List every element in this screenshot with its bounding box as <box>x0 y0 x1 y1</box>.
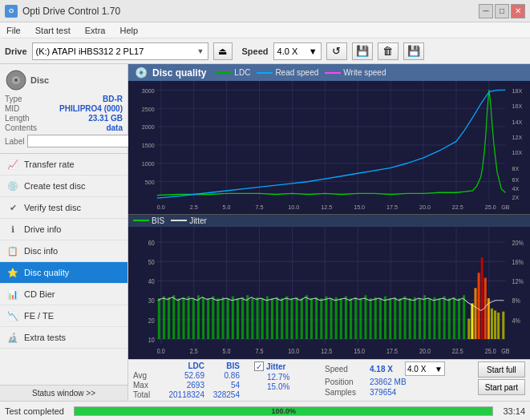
bis-legend-item: BIS <box>133 216 164 225</box>
extra-tests-icon: 🔬 <box>6 331 19 344</box>
sidebar: Disc Type BD-R MID PHILIPRO4 (000) Lengt… <box>0 64 128 401</box>
svg-rect-121 <box>310 298 313 339</box>
avg-row: Avg 52.69 0.86 <box>133 371 240 380</box>
svg-text:10: 10 <box>148 336 155 344</box>
svg-rect-154 <box>471 303 473 339</box>
jitter-avg-row: 12.7% <box>267 372 310 382</box>
sidebar-nav: 📈 Transfer rate 💿 Create test disc ✔ Ver… <box>0 154 127 385</box>
disc-contents-label: Contents <box>5 123 37 132</box>
status-time: 33:14 <box>503 406 525 416</box>
quality-icon: 💿 <box>135 67 148 79</box>
max-ldc-value: 2693 <box>160 381 204 390</box>
svg-rect-157 <box>481 257 483 339</box>
disc-mid-label: MID <box>5 104 19 113</box>
sidebar-item-fe-te[interactable]: 📉 FE / TE <box>0 305 127 327</box>
sidebar-item-drive-info[interactable]: ℹ Drive info <box>0 219 127 240</box>
sidebar-item-cd-bier[interactable]: 📊 CD Bier <box>0 284 127 305</box>
svg-text:17.5: 17.5 <box>386 203 398 210</box>
svg-text:50: 50 <box>148 258 155 266</box>
svg-rect-156 <box>478 273 480 339</box>
drive-select-value: (K:) ATAPI iHBS312 2 PL17 <box>36 46 144 56</box>
content-title: Disc quality <box>152 67 206 79</box>
svg-text:18X: 18X <box>512 87 523 94</box>
save-button[interactable]: 💾 <box>403 42 424 60</box>
sidebar-item-transfer-rate[interactable]: 📈 Transfer rate <box>0 154 127 176</box>
svg-rect-93 <box>172 295 175 339</box>
stats-headers: LDC BIS <box>133 361 240 370</box>
start-full-button[interactable]: Start full <box>478 361 525 378</box>
sidebar-item-extra-tests[interactable]: 🔬 Extra tests <box>0 327 127 349</box>
drive-selector[interactable]: (K:) ATAPI iHBS312 2 PL17 ▼ <box>32 42 208 60</box>
maximize-button[interactable]: □ <box>495 4 509 18</box>
status-window-button[interactable]: Status window >> <box>0 385 127 401</box>
drive-select-arrow-icon: ▼ <box>197 47 204 55</box>
svg-text:500: 500 <box>145 179 155 186</box>
svg-text:7.5: 7.5 <box>255 347 263 355</box>
disc-erase-button[interactable]: 🗑 <box>378 42 399 60</box>
sidebar-item-verify-test-disc[interactable]: ✔ Verify test disc <box>0 197 127 219</box>
checkmark-icon: ✓ <box>256 362 262 371</box>
eject-button[interactable]: ⏏ <box>213 42 233 60</box>
create-test-disc-icon: 💿 <box>6 180 19 192</box>
menu-extra[interactable]: Extra <box>82 24 109 37</box>
speed-stat-value: 4.18 X <box>370 365 402 374</box>
svg-text:0.0: 0.0 <box>157 347 165 355</box>
sidebar-item-create-test-disc[interactable]: 💿 Create test disc <box>0 176 127 197</box>
disc-label-input[interactable] <box>27 135 134 147</box>
svg-rect-162 <box>497 312 500 338</box>
stats-bar: LDC BIS Avg 52.69 0.86 Max 2693 54 Total… <box>128 359 530 401</box>
chart1-svg: 3000 2500 2000 1500 1000 500 18X 16X 14X… <box>128 81 530 214</box>
svg-text:30: 30 <box>148 297 155 305</box>
svg-text:20.0: 20.0 <box>419 347 431 355</box>
bis-legend-color <box>133 220 149 221</box>
svg-rect-152 <box>463 295 465 339</box>
svg-text:20%: 20% <box>512 239 524 247</box>
sidebar-item-disc-quality[interactable]: ⭐ Disc quality <box>0 262 127 284</box>
svg-rect-129 <box>350 298 352 339</box>
disc-type-row: Type BD-R <box>5 95 123 103</box>
disc-length-label: Length <box>5 114 30 123</box>
svg-rect-139 <box>399 298 401 339</box>
drive-info-icon: ℹ <box>6 223 19 236</box>
jitter-legend-label: Jitter <box>189 216 207 225</box>
disc-length-value: 23.31 GB <box>88 114 123 123</box>
svg-rect-149 <box>448 298 451 339</box>
speed-selector[interactable]: 4.0 X ▼ <box>273 42 322 60</box>
svg-rect-102 <box>216 298 219 339</box>
refresh-button[interactable]: ↺ <box>326 42 347 60</box>
svg-rect-144 <box>423 295 426 339</box>
disc-svg-icon <box>5 69 27 91</box>
svg-text:40: 40 <box>148 277 155 285</box>
speed-display-select[interactable]: 4.0 X ▼ <box>405 361 445 376</box>
close-button[interactable]: ✕ <box>511 4 525 18</box>
svg-rect-155 <box>474 288 476 339</box>
svg-text:10.0: 10.0 <box>288 347 299 355</box>
menu-start-test[interactable]: Start test <box>32 24 74 37</box>
menubar: File Start test Extra Help <box>0 22 530 38</box>
svg-rect-133 <box>370 298 372 339</box>
position-stat-value: 23862 MB <box>370 378 407 386</box>
minimize-button[interactable]: ─ <box>479 4 493 18</box>
svg-text:15.0: 15.0 <box>354 203 365 210</box>
content-area: 💿 Disc quality LDC Read speed Write spee… <box>128 64 530 401</box>
svg-text:2.5: 2.5 <box>190 347 198 355</box>
sidebar-item-disc-info[interactable]: 📋 Disc info <box>0 240 127 262</box>
total-row: Total 20118324 328254 <box>133 390 240 399</box>
svg-text:2000: 2000 <box>142 123 155 131</box>
transfer-rate-label: Transfer rate <box>24 160 75 169</box>
svg-text:12.5: 12.5 <box>321 347 332 355</box>
jitter-stats: ✓ Jitter 12.7% 15.0% <box>254 361 310 391</box>
svg-text:6X: 6X <box>512 176 520 183</box>
menu-file[interactable]: File <box>3 24 24 37</box>
avg-label-spacer <box>133 361 157 370</box>
svg-rect-153 <box>467 318 470 338</box>
jitter-col-header: Jitter <box>266 362 285 371</box>
jitter-checkbox[interactable]: ✓ <box>254 361 264 371</box>
svg-rect-105 <box>232 296 234 338</box>
avg-row-label: Avg <box>133 371 157 380</box>
svg-rect-122 <box>315 297 318 338</box>
disc-write-button[interactable]: 💾 <box>352 42 373 60</box>
svg-rect-123 <box>320 298 322 339</box>
start-part-button[interactable]: Start part <box>478 379 525 395</box>
menu-help[interactable]: Help <box>116 24 141 37</box>
